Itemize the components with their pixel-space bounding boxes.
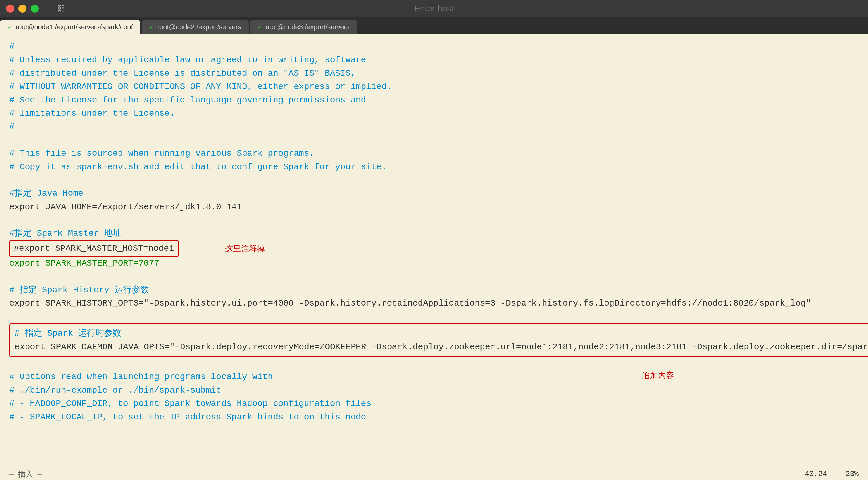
line-export-master-port: export SPARK_MASTER_PORT=7077 (9, 257, 859, 270)
annotation-add-content: 追加内容 (642, 370, 674, 381)
line-spark-master-comment: #指定 Spark Master 地址 (9, 227, 859, 240)
tab-node3-label: root@node3:/export/servers (266, 23, 350, 31)
red-box-container: #export SPARK_MASTER_HOST=node1 这里注释掉 (9, 240, 179, 257)
line-empty-2 (9, 173, 859, 187)
close-button[interactable] (6, 5, 14, 12)
line-options-read: # Options read when launching programs l… (9, 370, 859, 383)
window-controls (0, 5, 39, 12)
line-see: # See the License for the specific langu… (9, 94, 859, 107)
line-hadoop-conf: # - HADOOP_CONF_DIR, to point Spark towa… (9, 397, 859, 410)
tab-bar: ✓ root@node1:/export/servers/spark/conf … (0, 17, 868, 34)
line-export-master-host: #export SPARK_MASTER_HOST=node1 (9, 240, 179, 257)
line-hash-1: # (9, 40, 859, 53)
status-percent: 23% (845, 470, 859, 478)
tab-check-icon-2: ✓ (149, 23, 154, 31)
titlebar: ⛓ (0, 0, 868, 17)
line-empty-5 (9, 310, 859, 323)
chain-icon: ⛓ (57, 4, 65, 13)
status-position: 40,24 (805, 470, 827, 478)
tab-node1-label: root@node1:/export/servers/spark/conf (16, 23, 133, 31)
tab-node2[interactable]: ✓ root@node2:/export/servers (142, 20, 249, 34)
line-java-home-export: export JAVA_HOME=/export/servers/jdk1.8.… (9, 200, 859, 214)
status-mode: — 插入 — (9, 469, 42, 479)
annotation-comment: 这里注释掉 (225, 243, 265, 254)
line-empty-1 (9, 133, 859, 147)
line-runtime-export: export SPARK_DAEMON_JAVA_OPTS="-Dspark.d… (14, 340, 868, 354)
line-hash-2: # (9, 120, 859, 133)
tab-node2-label: root@node2:/export/servers (157, 23, 241, 31)
line-copy-it: # Copy it as spark-env.sh and edit that … (9, 160, 859, 173)
editor-area: # # Unless required by applicable law or… (0, 34, 868, 468)
line-without: # WITHOUT WARRANTIES OR CONDITIONS OF AN… (9, 80, 859, 93)
maximize-button[interactable] (31, 5, 39, 12)
line-run-example: # ./bin/run-example or ./bin/spark-submi… (9, 384, 859, 397)
line-history-export: export SPARK_HISTORY_OPTS="-Dspark.histo… (9, 297, 859, 310)
line-empty-4 (9, 270, 859, 283)
line-java-home-comment: #指定 Java Home (9, 187, 859, 200)
line-history-comment: # 指定 Spark History 运行参数 (9, 283, 859, 297)
host-input[interactable] (342, 4, 526, 13)
line-unless: # Unless required by applicable law or a… (9, 53, 859, 66)
statusbar: — 插入 — 40,24 23% (0, 468, 868, 480)
line-limitations: # limitations under the License. (9, 107, 859, 120)
line-empty-6 (9, 357, 859, 370)
title-input[interactable] (342, 4, 526, 13)
line-runtime-comment: # 指定 Spark 运行时参数 (14, 327, 868, 340)
options-section: 追加内容 # Options read when launching progr… (9, 370, 859, 424)
spark-master-section: #指定 Spark Master 地址 #export SPARK_MASTER… (9, 227, 859, 270)
line-spark-local-ip: # - SPARK_LOCAL_IP, to set the IP addres… (9, 411, 859, 424)
spark-runtime-section: # 指定 Spark 运行时参数 export SPARK_DAEMON_JAV… (9, 323, 868, 357)
line-distributed: # distributed under the License is distr… (9, 67, 859, 80)
tab-check-icon: ✓ (7, 23, 12, 31)
tab-check-icon-3: ✓ (257, 23, 262, 31)
minimize-button[interactable] (19, 5, 27, 12)
line-this-file: # This file is sourced when running vari… (9, 147, 859, 160)
line-empty-3 (9, 214, 859, 227)
tab-node3[interactable]: ✓ root@node3:/export/servers (250, 20, 357, 34)
tab-node1[interactable]: ✓ root@node1:/export/servers/spark/conf (0, 20, 141, 34)
